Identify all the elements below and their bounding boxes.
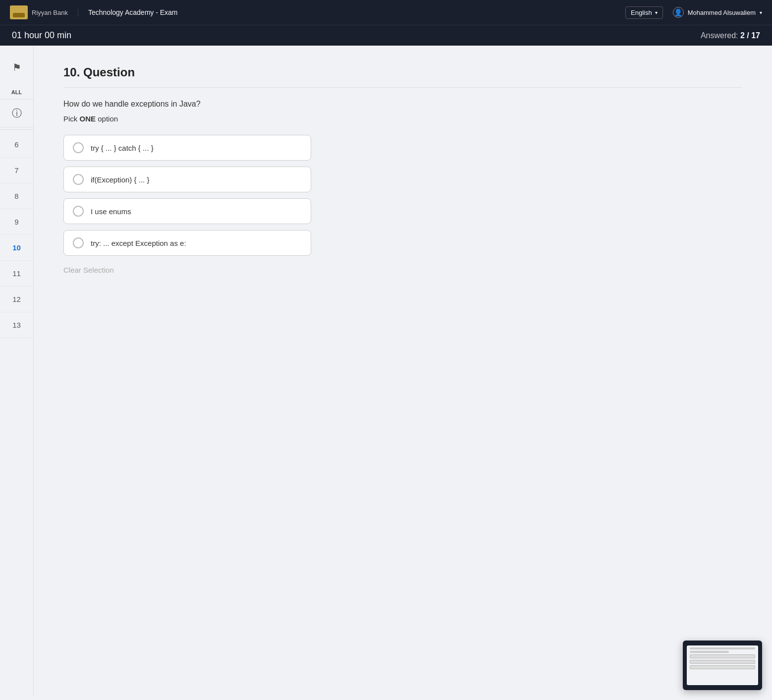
option-1-text: try { ... } catch { ... } (91, 144, 154, 152)
logo: Riyyan Bank (10, 5, 78, 19)
sidebar: ⚑ ALL ⓘ 6 7 8 9 10 11 12 13 (0, 46, 34, 696)
sidebar-item-6[interactable]: 6 (0, 132, 33, 158)
logo-icon (10, 5, 28, 19)
sidebar-item-11[interactable]: 11 (0, 261, 33, 287)
svg-rect-1 (13, 13, 25, 17)
option-3-text: I use enums (91, 207, 131, 216)
logo-text: Riyyan Bank (32, 9, 78, 16)
language-label: English (631, 9, 652, 16)
thumb-box-2 (690, 660, 755, 664)
content-area: 10. Question How do we handle exceptions… (34, 46, 772, 696)
pick-one-bold: ONE (80, 115, 96, 123)
timer-bar: 01 hour 00 min Answered: 2 / 17 (0, 25, 772, 46)
all-label[interactable]: ALL (0, 85, 33, 100)
timer-label: 01 hour 00 min (12, 30, 71, 41)
thumb-line-1 (690, 647, 755, 649)
pick-instruction: Pick ONE option (63, 115, 742, 123)
main-layout: ⚑ ALL ⓘ 6 7 8 9 10 11 12 13 (0, 46, 772, 696)
user-name: Mohammed Alsuwaliem (688, 9, 756, 16)
sidebar-item-13[interactable]: 13 (0, 312, 33, 338)
option-4-text: try: ... except Exception as e: (91, 239, 186, 247)
question-text: How do we handle exceptions in Java? (63, 100, 742, 109)
option-4[interactable]: try: ... except Exception as e: (63, 230, 311, 256)
thumbnail-inner (687, 645, 758, 685)
sidebar-item-7[interactable]: 7 (0, 158, 33, 183)
user-chevron-icon: ▾ (760, 10, 762, 15)
radio-2[interactable] (73, 174, 84, 185)
sidebar-item-9[interactable]: 9 (0, 209, 33, 235)
options-list: try { ... } catch { ... } if(Exception) … (63, 135, 311, 256)
option-1[interactable]: try { ... } catch { ... } (63, 135, 311, 161)
nav-title: Technology Academy - Exam (88, 8, 615, 16)
answered-value: 2 / 17 (740, 31, 760, 40)
flag-icon: ⚑ (12, 61, 21, 73)
info-icon: ⓘ (12, 107, 22, 120)
chevron-down-icon: ▾ (655, 10, 658, 15)
sidebar-item-8[interactable]: 8 (0, 183, 33, 209)
option-2[interactable]: if(Exception) { ... } (63, 167, 311, 192)
thumb-box-1 (690, 654, 755, 658)
option-3[interactable]: I use enums (63, 198, 311, 224)
radio-4[interactable] (73, 237, 84, 248)
answered-text: Answered: 2 / 17 (701, 31, 760, 40)
option-2-text: if(Exception) { ... } (91, 175, 149, 184)
sidebar-item-10[interactable]: 10 (0, 235, 33, 261)
clear-selection-button[interactable]: Clear Selection (63, 266, 114, 274)
question-heading: 10. Question (63, 65, 742, 88)
thumbnail-overlay (683, 641, 762, 690)
thumb-box-3 (690, 665, 755, 669)
flag-button[interactable]: ⚑ (0, 54, 33, 81)
sidebar-item-12[interactable]: 12 (0, 287, 33, 312)
radio-1[interactable] (73, 142, 84, 153)
user-icon: 👤 (673, 7, 684, 18)
top-nav: Riyyan Bank Technology Academy - Exam En… (0, 0, 772, 25)
user-section: 👤 Mohammed Alsuwaliem ▾ (673, 7, 762, 18)
radio-3[interactable] (73, 206, 84, 217)
info-button[interactable]: ⓘ (0, 100, 33, 127)
thumb-line-2 (690, 651, 729, 653)
svg-rect-0 (13, 7, 25, 12)
sidebar-divider (0, 129, 33, 130)
language-selector[interactable]: English ▾ (625, 6, 663, 19)
